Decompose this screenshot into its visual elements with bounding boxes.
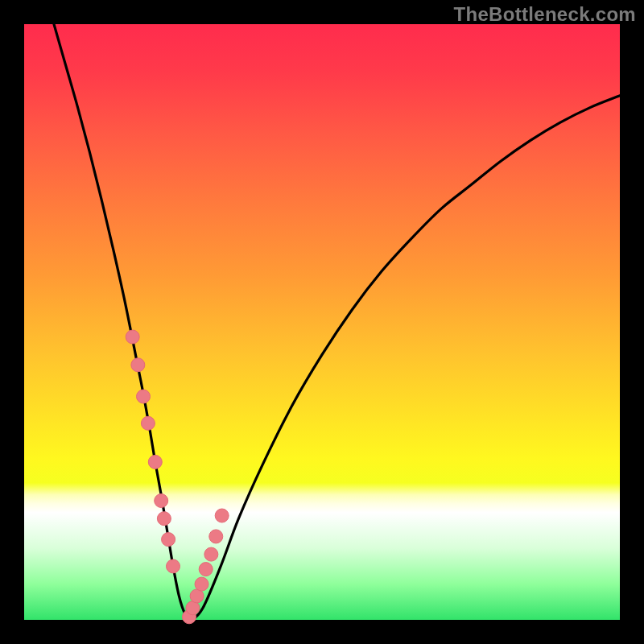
data-marker <box>141 416 155 430</box>
curve-layer <box>54 24 620 620</box>
bottleneck-curve <box>54 24 620 620</box>
data-marker <box>162 533 175 547</box>
data-marker <box>131 358 145 372</box>
data-marker <box>155 494 168 508</box>
watermark-text: TheBottleneck.com <box>454 3 636 26</box>
data-marker <box>148 455 162 469</box>
chart-svg <box>24 24 620 620</box>
data-marker <box>167 559 180 573</box>
data-marker <box>137 390 151 403</box>
data-marker <box>215 509 229 522</box>
data-marker <box>209 530 223 543</box>
chart-frame: TheBottleneck.com <box>0 0 644 644</box>
data-marker <box>204 547 218 561</box>
data-marker <box>199 563 213 576</box>
data-marker <box>157 512 171 526</box>
marker-layer <box>126 330 229 624</box>
data-marker <box>195 577 208 591</box>
plot-area <box>24 24 620 620</box>
data-marker <box>126 330 139 344</box>
